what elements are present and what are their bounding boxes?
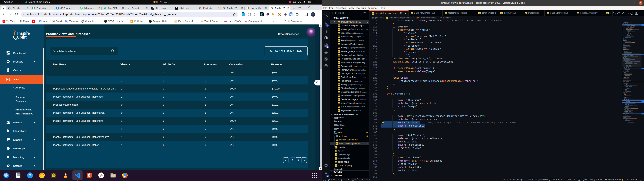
- svg-text:A: A: [89, 175, 90, 177]
- svg-text:?: ?: [29, 173, 31, 178]
- svg-text:Uplift: Uplift: [17, 35, 27, 40]
